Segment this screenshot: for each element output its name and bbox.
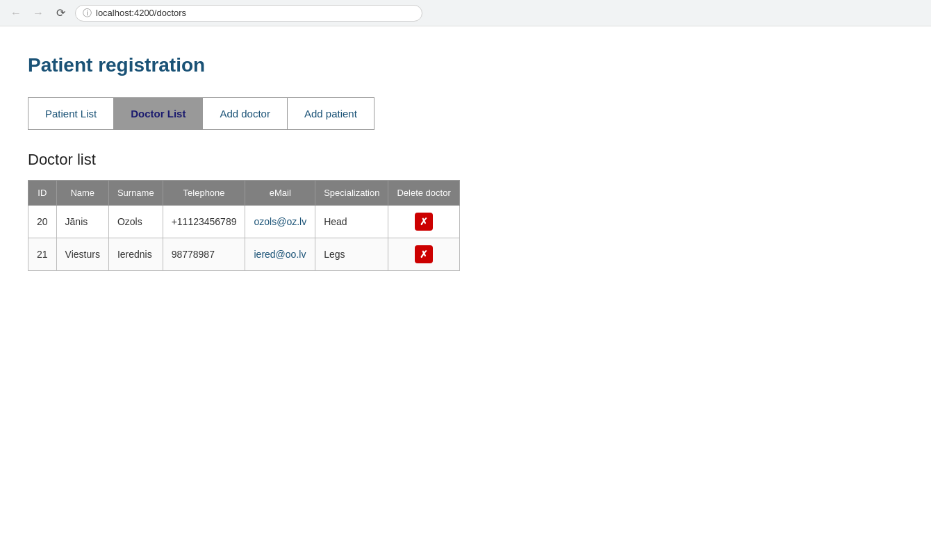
forward-button[interactable]: → [31,6,46,21]
col-header-surname: Surname [108,181,163,206]
doctor-table: ID Name Surname Telephone eMail Speciali… [28,180,460,271]
cell-id: 20 [28,206,57,238]
tab-bar: Patient List Doctor List Add doctor Add … [28,97,374,130]
cell-email: iered@oo.lv [245,238,315,271]
tab-add-doctor[interactable]: Add doctor [203,98,288,129]
cell-specialization: Legs [315,238,388,271]
section-title: Doctor list [28,151,903,169]
col-header-email: eMail [245,181,315,206]
cell-name: Viesturs [56,238,108,271]
reload-button[interactable]: ⟳ [53,6,68,21]
app-title: Patient registration [28,54,903,76]
tab-doctor-list[interactable]: Doctor List [114,98,203,129]
cell-email: ozols@oz.lv [245,206,315,238]
col-header-id: ID [28,181,57,206]
delete-doctor-button[interactable]: ✗ [415,245,433,263]
col-header-specialization: Specialization [315,181,388,206]
cell-surname: Ozols [108,206,163,238]
address-bar[interactable]: ⓘ localhost:4200/doctors [75,5,422,22]
cell-telephone: +11123456789 [163,206,245,238]
col-header-name: Name [56,181,108,206]
url-text: localhost:4200/doctors [96,8,186,18]
cell-name: Jānis [56,206,108,238]
col-header-delete: Delete doctor [388,181,459,206]
cell-delete: ✗ [388,206,459,238]
tab-patient-list[interactable]: Patient List [28,98,114,129]
cell-telephone: 98778987 [163,238,245,271]
page-content: Patient registration Patient List Doctor… [0,26,931,299]
cell-delete: ✗ [388,238,459,271]
delete-doctor-button[interactable]: ✗ [415,213,433,231]
info-icon: ⓘ [83,7,92,19]
col-header-telephone: Telephone [163,181,245,206]
back-button[interactable]: ← [8,6,24,21]
tab-add-patient[interactable]: Add patient [288,98,374,129]
table-row: 21 Viesturs Ierednis 98778987 iered@oo.l… [28,238,460,271]
table-row: 20 Jānis Ozols +11123456789 ozols@oz.lv … [28,206,460,238]
cell-specialization: Head [315,206,388,238]
browser-chrome: ← → ⟳ ⓘ localhost:4200/doctors [0,0,931,26]
cell-surname: Ierednis [108,238,163,271]
cell-id: 21 [28,238,57,271]
